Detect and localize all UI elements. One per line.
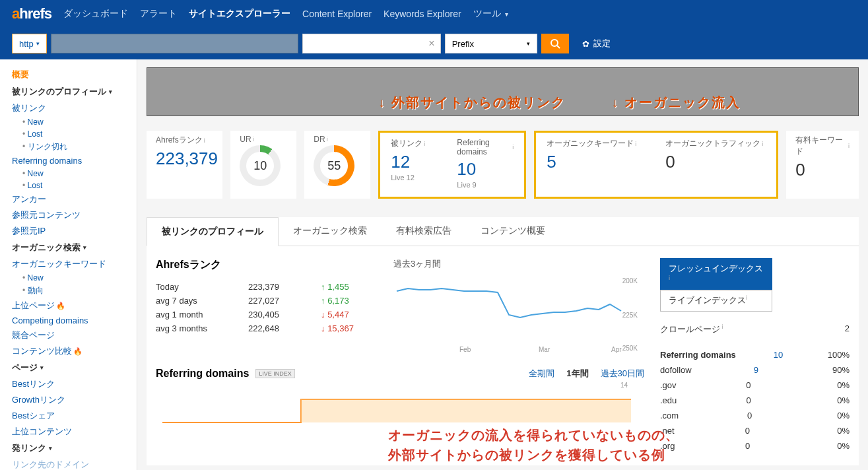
tab-organic-search[interactable]: オーガニック検索 [279, 217, 382, 246]
tab-paid-search[interactable]: 有料検索広告 [382, 217, 466, 246]
sidebar-competing[interactable]: Competing domains [0, 314, 137, 327]
highlight-organic: オーガニックキーワードi 5 オーガニックトラフィックi 0 [534, 131, 778, 199]
sidebar-growth-link[interactable]: Growthリンク [0, 392, 137, 408]
rank-title: Ahrefsランク [156, 258, 367, 272]
refdom-title: Referring domains [156, 368, 249, 380]
nav-tools[interactable]: ツール ▾ [473, 8, 508, 20]
sidebar-overview[interactable]: 概要 [0, 66, 137, 83]
rank-sparkline: 200K 225K 250K Feb Mar Apr [393, 274, 644, 353]
fresh-index-button[interactable]: フレッシュインデックスi [660, 258, 772, 290]
sidebar-group-outlinks[interactable]: 発リンク ▾ [0, 440, 137, 457]
nav-site-explorer[interactable]: サイトエクスプローラー [189, 8, 290, 20]
sidebar-group-backlink[interactable]: 被リンクのプロフィール ▾ [0, 83, 137, 100]
rank-row: avg 3 months222,64815,367 [156, 321, 367, 335]
search-button[interactable] [541, 34, 569, 53]
period-1y[interactable]: 1年間 [566, 368, 588, 380]
svg-text:250K: 250K [622, 345, 638, 352]
refdom-section-head: Referring domains LIVE INDEX 全期間 1年間 過去3… [156, 368, 644, 380]
live-index-button[interactable]: ライブインデックスi [660, 290, 772, 311]
domain-input[interactable] [51, 34, 298, 53]
live-index-badge: LIVE INDEX [255, 369, 295, 378]
svg-text:Feb: Feb [459, 346, 471, 353]
metric-dr: DRi 55 [304, 131, 370, 199]
sidebar-organic-new[interactable]: New [0, 272, 137, 284]
annotation-top: ↓ 外部サイトからの被リンク ↓ オーガニック流入 [378, 94, 851, 112]
rank-row: avg 1 month230,4055,447 [156, 308, 367, 321]
metric-backlinks[interactable]: 被リンクi 12 Live 12 [382, 134, 448, 195]
tab-backlink-profile[interactable]: 被リンクのプロフィール [147, 217, 279, 246]
info-icon[interactable]: i [204, 137, 205, 144]
chevron-down-icon: ▾ [109, 88, 112, 95]
mode-select[interactable]: Prefix▾ [445, 34, 537, 53]
refdom-chart: 14 [156, 380, 631, 426]
info-icon[interactable]: i [327, 136, 328, 143]
settings-link[interactable]: ✿設定 [582, 38, 611, 50]
sidebar-top-pages[interactable]: 上位ページ🔥 [0, 298, 137, 314]
sidebar-backlinks-lost[interactable]: Lost [0, 128, 137, 140]
info-icon[interactable]: i [669, 275, 670, 281]
info-icon[interactable]: i [253, 136, 254, 143]
rank-chart: 過去3ヶ月間 200K 225K 250K Feb Mar Apr [393, 258, 644, 353]
annotation-bottom: オーガニックの流入を得られていないものの、 外部サイトからの被リンクを獲得してい… [388, 425, 679, 465]
metric-organic-traffic[interactable]: オーガニックトラフィックi 0 [656, 134, 775, 195]
fire-icon: 🔥 [56, 302, 65, 310]
metric-refdomains[interactable]: Referring domainsi 10 Live 9 [448, 134, 523, 195]
url-suffix-input[interactable]: × [302, 34, 441, 53]
nav-keywords-explorer[interactable]: Keywords Explorer [384, 9, 461, 19]
chevron-down-icon: ▾ [527, 40, 530, 47]
sidebar-out-domains[interactable]: リンク先のドメイン [0, 457, 137, 470]
info-icon[interactable]: i [762, 141, 763, 147]
rank-row: avg 7 days227,0276,173 [156, 294, 367, 308]
profile-tabs: 被リンクのプロフィール オーガニック検索 有料検索広告 コンテンツ概要 [147, 217, 859, 246]
chart-title: 過去3ヶ月間 [393, 258, 644, 270]
sidebar-backlinks-new[interactable]: New [0, 116, 137, 128]
sidebar-organic-trend[interactable]: 動向 [0, 284, 137, 298]
sidebar-ref-content[interactable]: 参照元コンテンツ [0, 207, 137, 223]
svg-text:225K: 225K [622, 312, 638, 319]
sidebar-backlinks-broken[interactable]: リンク切れ [0, 140, 137, 154]
nav-dashboard[interactable]: ダッシュボード [63, 8, 128, 20]
tab-content-overview[interactable]: コンテンツ概要 [466, 217, 560, 246]
sidebar-refdomains[interactable]: Referring domains [0, 154, 137, 168]
info-icon[interactable]: i [720, 323, 723, 330]
svg-text:Apr: Apr [611, 346, 622, 353]
sidebar-backlinks[interactable]: 被リンク [0, 100, 137, 116]
fire-icon: 🔥 [73, 347, 83, 355]
sidebar: 概要 被リンクのプロフィール ▾ 被リンク New Lost リンク切れ Ref… [0, 59, 137, 470]
sidebar-refdomains-lost[interactable]: Lost [0, 180, 137, 191]
nav-alert[interactable]: アラート [140, 8, 177, 20]
sidebar-ref-ip[interactable]: 参照元IP [0, 223, 137, 239]
info-icon[interactable]: i [746, 294, 747, 301]
sidebar-top-content[interactable]: 上位コンテンツ [0, 424, 137, 440]
banner-placeholder: ↓ 外部サイトからの被リンク ↓ オーガニック流入 [147, 67, 859, 116]
sidebar-compete-pages[interactable]: 競合ページ [0, 327, 137, 343]
sidebar-anchor[interactable]: アンカー [0, 191, 137, 207]
sidebar-best-share[interactable]: Bestシェア [0, 408, 137, 424]
sidebar-organic-kw[interactable]: オーガニックキーワード [0, 256, 137, 272]
search-bar: http▾ × Prefix▾ ✿設定 [0, 28, 868, 59]
protocol-select[interactable]: http▾ [12, 34, 47, 53]
nav-content-explorer[interactable]: Content Explorer [302, 9, 372, 19]
period-30d[interactable]: 過去30日間 [601, 368, 644, 380]
info-icon[interactable]: i [635, 141, 636, 147]
metric-paid-kw[interactable]: 有料キーワードi 0 [786, 131, 859, 199]
metric-ur: URi 10 [230, 131, 296, 199]
sidebar-group-organic[interactable]: オーガニック検索 ▾ [0, 239, 137, 256]
logo[interactable]: ahrefs [12, 5, 51, 22]
chevron-down-icon: ▾ [40, 364, 44, 371]
sidebar-best-link[interactable]: Bestリンク [0, 376, 137, 392]
info-icon[interactable]: i [424, 141, 425, 147]
info-icon[interactable]: i [848, 143, 850, 149]
sidebar-content-compare[interactable]: コンテンツ比較🔥 [0, 343, 137, 359]
highlight-backlinks: 被リンクi 12 Live 12 Referring domainsi 10 L… [378, 131, 526, 199]
sidebar-refdomains-new[interactable]: New [0, 168, 137, 180]
metric-organic-kw[interactable]: オーガニックキーワードi 5 [537, 134, 656, 195]
svg-text:14: 14 [620, 382, 628, 389]
sidebar-group-pages[interactable]: ページ ▾ [0, 359, 137, 376]
period-all[interactable]: 全期間 [529, 368, 554, 380]
stat-row: .net00% [660, 423, 850, 438]
stat-row: .edu00% [660, 393, 850, 408]
info-icon[interactable]: i [512, 144, 514, 151]
clear-icon[interactable]: × [428, 38, 434, 50]
stat-row: .gov00% [660, 378, 850, 393]
